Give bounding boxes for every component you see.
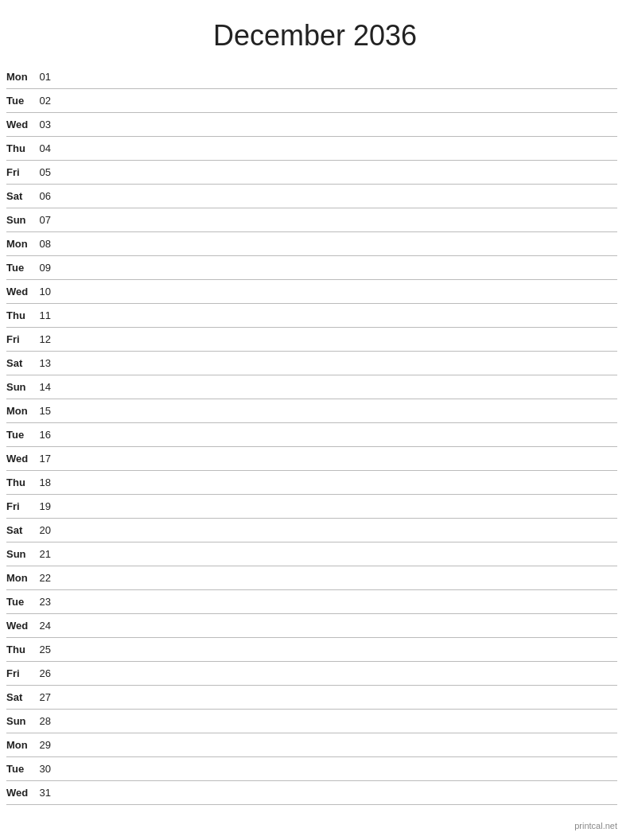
day-line	[59, 530, 617, 531]
calendar-row: Mon22	[6, 566, 617, 590]
day-name: Sun	[6, 214, 37, 226]
day-line	[59, 792, 617, 793]
day-name: Sat	[6, 524, 37, 536]
day-line	[59, 506, 617, 507]
day-number: 14	[37, 381, 59, 393]
day-number: 26	[37, 667, 59, 679]
day-name: Thu	[6, 476, 37, 488]
calendar-row: Sun14	[6, 375, 617, 399]
calendar-row: Tue16	[6, 423, 617, 447]
day-name: Thu	[6, 309, 37, 321]
day-name: Wed	[6, 119, 37, 130]
day-line	[59, 458, 617, 459]
calendar-row: Tue30	[6, 757, 617, 781]
day-number: 28	[37, 715, 59, 727]
calendar-row: Tue23	[6, 590, 617, 614]
calendar-row: Tue02	[6, 89, 617, 113]
day-line	[59, 172, 617, 173]
day-number: 20	[37, 524, 59, 536]
day-name: Fri	[6, 500, 37, 512]
calendar-row: Wed03	[6, 113, 617, 137]
day-line	[59, 601, 617, 602]
calendar-row: Thu18	[6, 471, 617, 495]
day-number: 02	[37, 95, 59, 107]
day-name: Sun	[6, 715, 37, 727]
day-line	[59, 745, 617, 745]
day-name: Wed	[6, 787, 37, 799]
calendar-row: Sun21	[6, 542, 617, 566]
calendar-row: Wed31	[6, 781, 617, 805]
day-line	[59, 649, 617, 650]
day-number: 18	[37, 476, 59, 488]
calendar-row: Mon15	[6, 399, 617, 423]
day-number: 08	[37, 238, 59, 250]
day-name: Sat	[6, 357, 37, 369]
day-line	[59, 124, 617, 125]
day-line	[59, 578, 617, 578]
calendar-row: Sun07	[6, 208, 617, 232]
calendar-row: Sat20	[6, 519, 617, 542]
day-line	[59, 76, 617, 77]
calendar-row: Sun28	[6, 710, 617, 733]
day-name: Wed	[6, 453, 37, 465]
day-line	[59, 554, 617, 554]
day-name: Fri	[6, 333, 37, 345]
day-name: Mon	[6, 572, 37, 584]
day-number: 25	[37, 644, 59, 655]
day-number: 21	[37, 548, 59, 560]
calendar-row: Sat27	[6, 686, 617, 710]
day-number: 19	[37, 500, 59, 512]
calendar-row: Wed17	[6, 447, 617, 471]
day-line	[59, 148, 617, 149]
day-number: 01	[37, 71, 59, 83]
day-line	[59, 243, 617, 244]
day-line	[59, 697, 617, 698]
day-name: Wed	[6, 286, 37, 298]
day-name: Wed	[6, 620, 37, 632]
day-line	[59, 315, 617, 316]
calendar-row: Tue09	[6, 256, 617, 280]
calendar-row: Thu25	[6, 638, 617, 662]
day-number: 10	[37, 286, 59, 298]
calendar-row: Sat13	[6, 352, 617, 375]
day-number: 15	[37, 405, 59, 417]
calendar-row: Mon29	[6, 733, 617, 757]
day-line	[59, 267, 617, 268]
day-number: 23	[37, 596, 59, 608]
page-title: December 2036	[0, 0, 630, 65]
day-number: 11	[37, 309, 59, 321]
day-name: Fri	[6, 166, 37, 178]
day-number: 17	[37, 453, 59, 465]
calendar-row: Fri05	[6, 161, 617, 185]
day-number: 13	[37, 357, 59, 369]
day-line	[59, 387, 617, 387]
day-line	[59, 196, 617, 196]
calendar-row: Thu04	[6, 137, 617, 161]
calendar-row: Fri26	[6, 662, 617, 686]
day-name: Fri	[6, 667, 37, 679]
day-number: 09	[37, 262, 59, 274]
day-name: Sat	[6, 691, 37, 703]
day-name: Thu	[6, 142, 37, 154]
day-line	[59, 339, 617, 340]
day-number: 07	[37, 214, 59, 226]
day-line	[59, 434, 617, 435]
day-name: Mon	[6, 405, 37, 417]
calendar-row: Fri12	[6, 328, 617, 352]
day-name: Tue	[6, 429, 37, 441]
day-name: Tue	[6, 262, 37, 274]
day-line	[59, 410, 617, 411]
calendar-row: Fri19	[6, 495, 617, 519]
day-number: 12	[37, 333, 59, 345]
day-number: 22	[37, 572, 59, 584]
day-name: Sat	[6, 190, 37, 202]
day-name: Tue	[6, 95, 37, 107]
day-line	[59, 291, 617, 292]
day-number: 30	[37, 763, 59, 775]
day-line	[59, 625, 617, 626]
day-line	[59, 220, 617, 220]
day-line	[59, 363, 617, 364]
day-number: 05	[37, 166, 59, 178]
calendar-row: Mon08	[6, 232, 617, 256]
calendar-row: Wed10	[6, 280, 617, 304]
